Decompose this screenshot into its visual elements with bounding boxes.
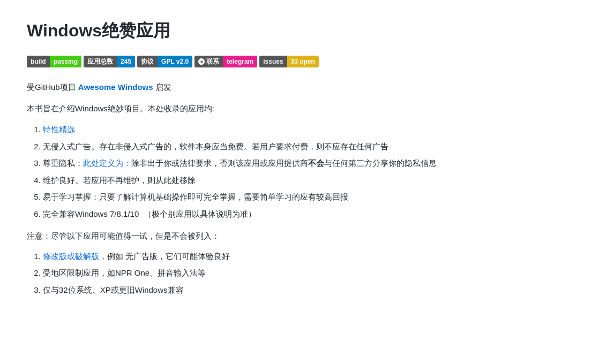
intro-text: 本书旨在介绍Windows绝妙项目。本处收录的应用均: <box>27 102 587 116</box>
subtitle-prefix: 受GitHub项目 <box>27 82 78 92</box>
criteria-link-1[interactable]: 特性精选 <box>43 125 75 134</box>
badges-container: build passing 应用总数 245 协议 GPL v2.0 联系 te… <box>27 56 587 67</box>
badge-apps-right: 245 <box>117 56 135 67</box>
subtitle-suffix: 启发 <box>153 82 171 92</box>
subtitle: 受GitHub项目 Awesome Windows 启发 <box>27 80 587 94</box>
list-item: 特性精选 <box>43 123 587 136</box>
badge-apps-count[interactable]: 应用总数 245 <box>84 56 135 67</box>
badge-issues[interactable]: issues 33 open <box>259 56 319 67</box>
exclusion-link-1[interactable]: 修改版或破解版 <box>43 252 99 261</box>
telegram-icon <box>198 58 205 65</box>
badge-build-right: passing <box>50 56 81 67</box>
list-item: 易于学习掌握：只要了解计算机基础操作即可完全掌握，需要简单学习的应有较高回报 <box>43 190 587 204</box>
badge-issues-left: issues <box>259 56 287 67</box>
badge-license-right: GPL v2.0 <box>158 56 192 67</box>
badge-apps-left: 应用总数 <box>84 56 117 67</box>
criteria-list: 特性精选 无侵入式广告。存在非侵入式广告的，软件本身应当免费。若用户要求付费，则… <box>43 123 587 221</box>
list-item: 受地区限制应用，如NPR One、拼音输入法等 <box>43 266 587 280</box>
badge-telegram-left: 联系 <box>194 56 223 67</box>
privacy-link[interactable]: 此处定义为： <box>83 158 131 168</box>
badge-telegram-right: telegram <box>223 56 257 67</box>
badge-license[interactable]: 协议 GPL v2.0 <box>137 56 192 67</box>
list-item: 完全兼容Windows 7/8.1/10 （极个别应用以具体说明为准） <box>43 207 587 221</box>
badge-license-left: 协议 <box>137 56 158 67</box>
list-item: 仅与32位系统、XP或更旧Windows兼容 <box>43 283 587 297</box>
badge-issues-right: 33 open <box>287 56 319 67</box>
note-text: 注意：尽管以下应用可能值得一试，但是不会被列入： <box>27 229 587 243</box>
list-item: 维护良好。若应用不再维护，则从此处移除 <box>43 173 587 187</box>
list-item: 无侵入式广告。存在非侵入式广告的，软件本身应当免费。若用户要求付费，则不应存在任… <box>43 140 587 154</box>
list-item: 修改版或破解版，例如 无广告版，它们可能体验良好 <box>43 249 587 263</box>
awesome-windows-link[interactable]: Awesome Windows <box>78 82 153 92</box>
list-item: 尊重隐私：此处定义为：除非出于你或法律要求，否则该应用或应用提供商不会与任何第三… <box>43 156 587 170</box>
badge-build-left: build <box>27 56 50 67</box>
badge-telegram[interactable]: 联系 telegram <box>194 56 257 67</box>
exclusions-list: 修改版或破解版，例如 无广告版，它们可能体验良好 受地区限制应用，如NPR On… <box>43 249 587 297</box>
badge-build[interactable]: build passing <box>27 56 81 67</box>
page-title: Windows绝赞应用 <box>27 16 587 45</box>
